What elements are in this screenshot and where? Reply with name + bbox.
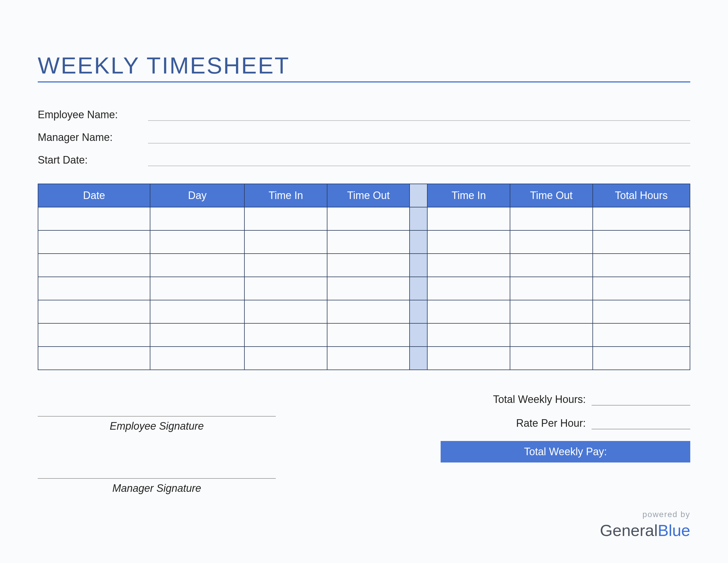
- cell-time-in-2[interactable]: [427, 277, 510, 300]
- cell-time-out-1[interactable]: [327, 300, 410, 323]
- employee-name-field[interactable]: [148, 109, 690, 121]
- manager-name-field[interactable]: [148, 132, 690, 143]
- table-row: [38, 347, 690, 370]
- manager-name-row: Manager Name:: [38, 131, 690, 143]
- cell-time-in-1[interactable]: [244, 347, 327, 370]
- cell-time-in-1[interactable]: [244, 253, 327, 277]
- cell-time-out-2[interactable]: [510, 230, 593, 253]
- cell-time-in-2[interactable]: [427, 253, 510, 277]
- cell-time-out-1[interactable]: [327, 207, 410, 230]
- rate-per-hour-label: Rate Per Hour:: [516, 417, 586, 429]
- employee-signature-label: Employee Signature: [38, 420, 276, 432]
- cell-time-out-2[interactable]: [510, 347, 593, 370]
- rate-per-hour-field[interactable]: [592, 418, 690, 429]
- rate-per-hour-row: Rate Per Hour:: [441, 417, 690, 429]
- cell-time-out-1[interactable]: [327, 253, 410, 277]
- table-row: [38, 323, 690, 347]
- cell-gap: [410, 253, 427, 277]
- cell-date[interactable]: [38, 323, 150, 347]
- employee-signature-field[interactable]: [38, 393, 276, 417]
- total-weekly-hours-label: Total Weekly Hours:: [493, 393, 586, 406]
- cell-time-out-2[interactable]: [510, 253, 593, 277]
- cell-time-in-1[interactable]: [244, 230, 327, 253]
- total-weekly-pay-label: Total Weekly Pay:: [524, 446, 607, 458]
- cell-time-out-2[interactable]: [510, 300, 593, 323]
- cell-time-in-2[interactable]: [427, 300, 510, 323]
- total-weekly-hours-row: Total Weekly Hours:: [441, 393, 690, 406]
- th-time-in-2: Time In: [427, 184, 510, 207]
- th-day: Day: [150, 184, 244, 207]
- cell-date[interactable]: [38, 253, 150, 277]
- cell-gap: [410, 207, 427, 230]
- info-block: Employee Name: Manager Name: Start Date:: [38, 109, 690, 166]
- cell-date[interactable]: [38, 230, 150, 253]
- cell-total[interactable]: [593, 277, 690, 300]
- cell-time-in-1[interactable]: [244, 323, 327, 347]
- totals-block: Total Weekly Hours: Rate Per Hour: Total…: [441, 393, 690, 463]
- cell-day[interactable]: [150, 323, 244, 347]
- cell-gap: [410, 347, 427, 370]
- cell-day[interactable]: [150, 230, 244, 253]
- start-date-field[interactable]: [148, 154, 690, 166]
- manager-signature-block: Manager Signature: [38, 456, 276, 494]
- table-header-row: Date Day Time In Time Out Time In Time O…: [38, 184, 690, 207]
- cell-gap: [410, 277, 427, 300]
- timesheet-table: Date Day Time In Time Out Time In Time O…: [38, 183, 690, 370]
- table-row: [38, 207, 690, 230]
- th-total: Total Hours: [593, 184, 690, 207]
- start-date-label: Start Date:: [38, 154, 148, 166]
- powered-by-text: powered by: [600, 510, 690, 519]
- cell-time-in-2[interactable]: [427, 207, 510, 230]
- cell-time-out-1[interactable]: [327, 230, 410, 253]
- cell-date[interactable]: [38, 347, 150, 370]
- cell-time-in-2[interactable]: [427, 347, 510, 370]
- logo-general: General: [600, 521, 658, 539]
- start-date-row: Start Date:: [38, 154, 690, 166]
- table-row: [38, 230, 690, 253]
- cell-time-out-1[interactable]: [327, 323, 410, 347]
- cell-day[interactable]: [150, 347, 244, 370]
- cell-total[interactable]: [593, 253, 690, 277]
- cell-total[interactable]: [593, 347, 690, 370]
- cell-time-in-1[interactable]: [244, 207, 327, 230]
- title-rule: [38, 81, 690, 82]
- generalblue-logo: GeneralBlue: [600, 521, 690, 540]
- cell-day[interactable]: [150, 253, 244, 277]
- cell-date[interactable]: [38, 207, 150, 230]
- cell-time-in-2[interactable]: [427, 230, 510, 253]
- cell-time-in-1[interactable]: [244, 277, 327, 300]
- employee-name-row: Employee Name:: [38, 109, 690, 121]
- cell-total[interactable]: [593, 323, 690, 347]
- table-row: [38, 300, 690, 323]
- th-gap: [410, 184, 427, 207]
- cell-gap: [410, 230, 427, 253]
- footer: powered by GeneralBlue: [600, 510, 690, 540]
- cell-time-in-2[interactable]: [427, 323, 510, 347]
- table-row: [38, 277, 690, 300]
- cell-day[interactable]: [150, 277, 244, 300]
- cell-time-out-2[interactable]: [510, 277, 593, 300]
- cell-time-out-2[interactable]: [510, 323, 593, 347]
- cell-date[interactable]: [38, 277, 150, 300]
- manager-signature-field[interactable]: [38, 456, 276, 479]
- cell-day[interactable]: [150, 300, 244, 323]
- timesheet-page: WEEKLY TIMESHEET Employee Name: Manager …: [0, 0, 728, 563]
- cell-date[interactable]: [38, 300, 150, 323]
- total-weekly-hours-field[interactable]: [592, 394, 690, 406]
- cell-time-out-1[interactable]: [327, 347, 410, 370]
- cell-gap: [410, 323, 427, 347]
- manager-name-label: Manager Name:: [38, 131, 148, 143]
- th-time-out-2: Time Out: [510, 184, 593, 207]
- th-time-out-1: Time Out: [327, 184, 410, 207]
- cell-total[interactable]: [593, 207, 690, 230]
- cell-time-in-1[interactable]: [244, 300, 327, 323]
- cell-total[interactable]: [593, 300, 690, 323]
- manager-signature-label: Manager Signature: [38, 482, 276, 494]
- signatures-block: Employee Signature Manager Signature: [38, 393, 276, 518]
- cell-time-out-2[interactable]: [510, 207, 593, 230]
- cell-time-out-1[interactable]: [327, 277, 410, 300]
- table-row: [38, 253, 690, 277]
- cell-total[interactable]: [593, 230, 690, 253]
- cell-day[interactable]: [150, 207, 244, 230]
- bottom-section: Employee Signature Manager Signature Tot…: [38, 393, 690, 518]
